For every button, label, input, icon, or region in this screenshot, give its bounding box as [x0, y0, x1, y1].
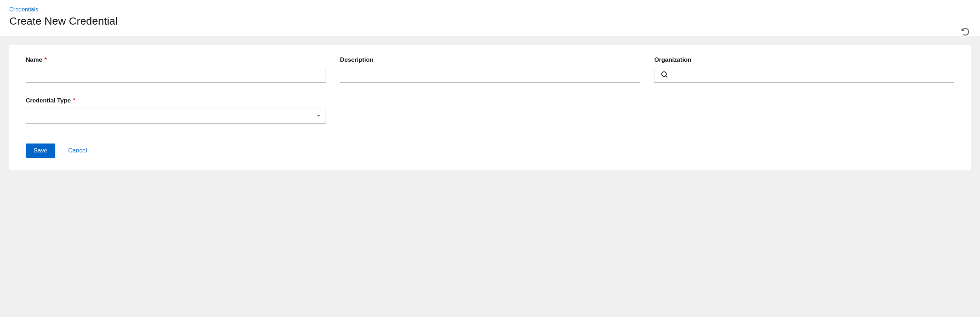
- search-icon: [661, 71, 668, 79]
- form-actions: Save Cancel: [26, 144, 954, 158]
- page-title: Create New Credential: [9, 15, 971, 27]
- name-label-text: Name: [26, 56, 42, 63]
- organization-input[interactable]: [674, 68, 954, 83]
- credential-type-select[interactable]: [26, 109, 326, 124]
- credential-type-select-wrapper: [26, 109, 326, 124]
- required-asterisk: *: [44, 56, 47, 63]
- name-input[interactable]: [26, 68, 326, 83]
- form-row-1: Name* Description Organization: [26, 56, 954, 83]
- organization-input-wrapper: [654, 68, 954, 83]
- organization-label: Organization: [654, 56, 954, 63]
- cancel-button[interactable]: Cancel: [65, 144, 90, 158]
- organization-search-button[interactable]: [654, 68, 674, 83]
- field-group-credential-type: Credential Type*: [26, 97, 326, 124]
- name-label: Name*: [26, 56, 326, 63]
- page-header: Credentials Create New Credential: [0, 0, 980, 36]
- description-label: Description: [340, 56, 640, 63]
- credential-type-label: Credential Type*: [26, 97, 326, 104]
- form-row-2: Credential Type*: [26, 97, 954, 124]
- form-card: Name* Description Organization: [9, 45, 971, 170]
- required-asterisk: *: [73, 97, 75, 104]
- breadcrumb-parent[interactable]: Credentials: [9, 6, 38, 13]
- field-group-name: Name*: [26, 56, 326, 83]
- description-input[interactable]: [340, 68, 640, 83]
- field-group-description: Description: [340, 56, 640, 83]
- field-group-organization: Organization: [654, 56, 954, 83]
- credential-type-label-text: Credential Type: [26, 97, 71, 104]
- history-icon[interactable]: [961, 28, 969, 37]
- save-button[interactable]: Save: [26, 144, 56, 158]
